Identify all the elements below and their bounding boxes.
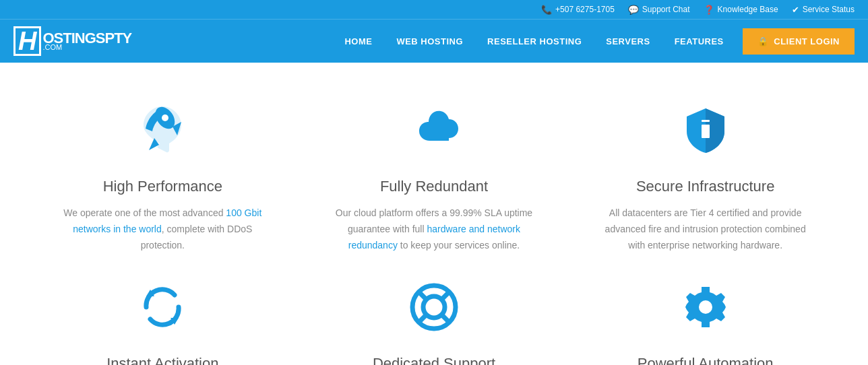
rocket-icon: [135, 103, 189, 164]
feature-powerful-automation-title: Powerful Automation: [638, 355, 774, 365]
logo-text-block: OSTINGSPTY .COM: [42, 31, 131, 51]
gear-icon: [679, 280, 733, 341]
question-icon: ❓: [704, 5, 714, 15]
feature-fully-redundant: Fully Redundant Our cloud platform offer…: [299, 90, 570, 267]
feature-dedicated-support: Dedicated Support: [299, 267, 570, 365]
feature-dedicated-support-title: Dedicated Support: [373, 355, 495, 365]
chat-icon: 💬: [628, 5, 639, 15]
feature-instant-activation-title: Instant Activation: [106, 355, 218, 365]
lifebuoy-icon: [407, 280, 461, 341]
logo-h: H: [13, 26, 41, 56]
feature-instant-activation: Instant Activation: [27, 267, 299, 365]
feature-high-performance-desc: We operate one of the most advanced 100 …: [54, 205, 272, 253]
service-status-label: Service Status: [803, 5, 855, 14]
lock-icon: 🔒: [757, 36, 769, 46]
feature-fully-redundant-desc: Our cloud platform offers a 99.99% SLA u…: [326, 205, 543, 253]
main-content: High Performance We operate one of the m…: [0, 63, 868, 365]
svg-line-9: [441, 315, 450, 323]
phone-icon: 📞: [541, 5, 552, 15]
top-bar: 📞 +507 6275-1705 💬 Support Chat ❓ Knowle…: [0, 0, 868, 19]
nav-bar: H OSTINGSPTY .COM HOME WEB HOSTING RESEL…: [0, 19, 868, 63]
feature-high-performance: High Performance We operate one of the m…: [27, 90, 299, 267]
nav-links: HOME WEB HOSTING RESELLER HOSTING SERVER…: [332, 28, 855, 55]
nav-servers[interactable]: SERVERS: [594, 36, 662, 46]
feature-powerful-automation: Powerful Automation: [569, 267, 841, 365]
features-grid: High Performance We operate one of the m…: [27, 90, 841, 365]
shield-icon: [679, 103, 733, 164]
nav-home[interactable]: HOME: [332, 36, 384, 46]
feature-secure-infrastructure-title: Secure Infrastructure: [636, 178, 774, 195]
svg-point-1: [162, 114, 168, 121]
nav-reseller-hosting[interactable]: RESELLER HOSTING: [475, 36, 594, 46]
feature-secure-infrastructure: Secure Infrastructure All datacenters ar…: [569, 90, 841, 267]
svg-point-10: [699, 300, 712, 314]
refresh-icon: [135, 280, 189, 341]
nav-web-hosting[interactable]: WEB HOSTING: [384, 36, 475, 46]
feature-secure-infrastructure-desc: All datacenters are Tier 4 certified and…: [596, 205, 814, 253]
service-status-item[interactable]: ✔ Service Status: [792, 5, 855, 15]
phone-item[interactable]: 📞 +507 6275-1705: [541, 5, 615, 15]
nav-features[interactable]: FEATURES: [662, 36, 736, 46]
svg-point-5: [423, 296, 445, 318]
svg-line-7: [441, 292, 450, 300]
feature-high-performance-title: High Performance: [103, 178, 222, 195]
knowledge-base-item[interactable]: ❓ Knowledge Base: [704, 5, 778, 15]
svg-line-8: [418, 315, 427, 323]
feature-fully-redundant-title: Fully Redundant: [380, 178, 488, 195]
support-chat-label: Support Chat: [642, 5, 690, 14]
cloud-icon: [407, 103, 461, 164]
support-chat-item[interactable]: 💬 Support Chat: [628, 5, 690, 15]
svg-rect-3: [702, 125, 710, 138]
client-login-label: CLIENT LOGIN: [774, 36, 840, 46]
check-icon: ✔: [792, 5, 799, 15]
phone-number: +507 6275-1705: [555, 5, 615, 14]
svg-rect-2: [702, 120, 710, 122]
logo[interactable]: H OSTINGSPTY .COM: [13, 26, 131, 56]
client-login-button[interactable]: 🔒 CLIENT LOGIN: [743, 28, 855, 55]
svg-line-6: [418, 292, 427, 300]
knowledge-base-label: Knowledge Base: [718, 5, 778, 14]
